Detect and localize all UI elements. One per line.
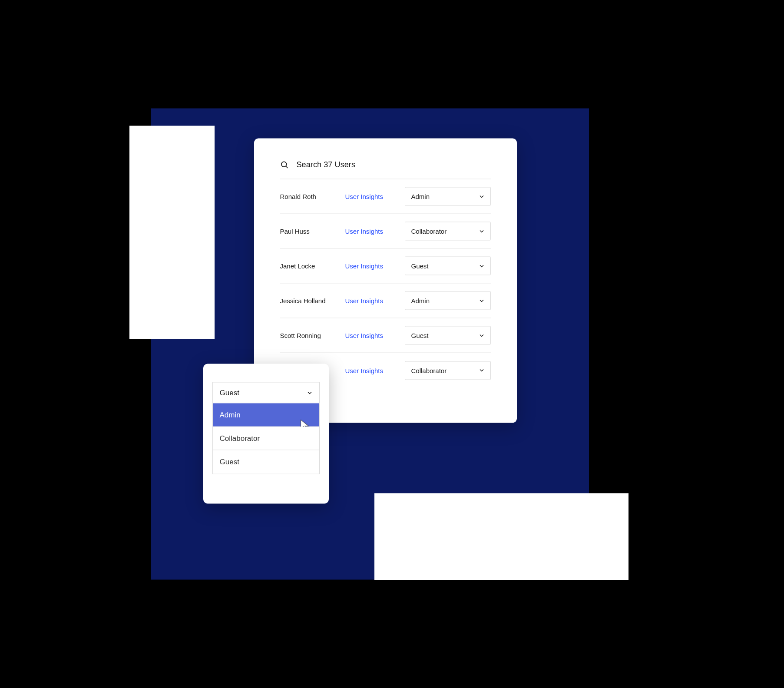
chevron-down-icon <box>479 298 484 303</box>
user-row: Janet Locke User Insights Guest <box>280 249 491 284</box>
user-row: Paul Huss User Insights Collaborator <box>280 214 491 249</box>
user-name: Jessica Holland <box>280 297 345 304</box>
role-select-label: Guest <box>411 332 429 339</box>
svg-line-1 <box>286 166 288 168</box>
search-input[interactable]: Search 37 Users <box>280 160 491 179</box>
decorative-block-right <box>374 493 629 580</box>
role-option-admin[interactable]: Admin <box>213 404 319 427</box>
user-insights-link[interactable]: User Insights <box>345 262 397 270</box>
decorative-block-left <box>129 126 215 339</box>
role-option-label: Guest <box>220 458 239 466</box>
chevron-down-icon <box>479 263 484 268</box>
role-select[interactable]: Collaborator <box>405 361 491 380</box>
search-placeholder: Search 37 Users <box>297 160 356 169</box>
chevron-down-icon <box>307 390 312 395</box>
role-select-label: Collaborator <box>411 228 447 235</box>
chevron-down-icon <box>479 333 484 338</box>
role-dropdown-current: Guest <box>220 388 239 397</box>
role-select[interactable]: Collaborator <box>405 222 491 241</box>
svg-point-0 <box>281 162 286 167</box>
role-option-label: Admin <box>220 410 241 419</box>
user-insights-link[interactable]: User Insights <box>345 297 397 304</box>
role-select[interactable]: Guest <box>405 326 491 345</box>
search-icon <box>280 160 289 169</box>
chevron-down-icon <box>479 368 484 373</box>
role-select[interactable]: Admin <box>405 187 491 206</box>
role-select-label: Collaborator <box>411 367 447 374</box>
role-option-guest[interactable]: Guest <box>213 450 319 474</box>
role-select-label: Admin <box>411 297 430 304</box>
user-name: Scott Ronning <box>280 332 345 339</box>
user-name: Janet Locke <box>280 262 345 270</box>
user-insights-link[interactable]: User Insights <box>345 367 397 374</box>
user-insights-link[interactable]: User Insights <box>345 228 397 235</box>
role-option-label: Collaborator <box>220 434 260 443</box>
user-row: Jessica Holland User Insights Admin <box>280 284 491 318</box>
user-insights-link[interactable]: User Insights <box>345 332 397 339</box>
chevron-down-icon <box>479 194 484 199</box>
role-dropdown-panel: Guest Admin Collaborator Guest <box>203 364 329 504</box>
role-option-collaborator[interactable]: Collaborator <box>213 427 319 450</box>
user-row: Scott Ronning User Insights Guest <box>280 318 491 353</box>
role-select-label: Guest <box>411 262 429 270</box>
role-select[interactable]: Admin <box>405 291 491 310</box>
user-name: Ronald Roth <box>280 193 345 200</box>
role-dropdown-toggle[interactable]: Guest <box>212 382 320 404</box>
role-select-label: Admin <box>411 193 430 200</box>
user-row: Ronald Roth User Insights Admin <box>280 179 491 214</box>
user-insights-link[interactable]: User Insights <box>345 193 397 200</box>
role-dropdown-options: Admin Collaborator Guest <box>212 404 320 474</box>
chevron-down-icon <box>479 228 484 234</box>
role-select[interactable]: Guest <box>405 257 491 275</box>
user-name: Paul Huss <box>280 228 345 235</box>
